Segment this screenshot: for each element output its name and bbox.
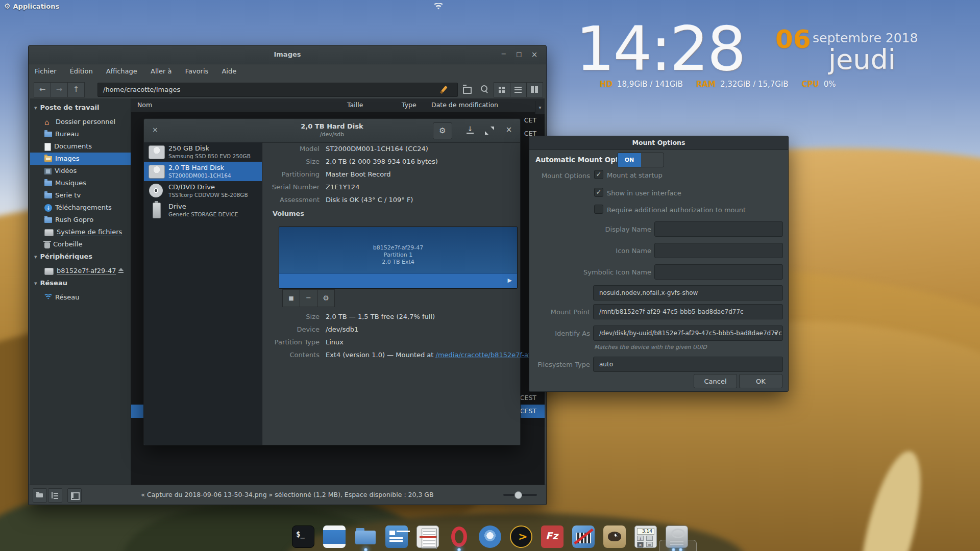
eject-icon[interactable]: [117, 268, 125, 274]
sidebar-item-videos[interactable]: Vidéos: [30, 165, 131, 177]
dock-item-gimp[interactable]: [603, 525, 626, 548]
dock-item-libreoffice-writer[interactable]: [385, 525, 408, 548]
wifi-status-icon[interactable]: [434, 3, 443, 12]
dock: $_ 3.14: [0, 521, 980, 548]
file-manager-titlebar[interactable]: Images: [29, 45, 546, 64]
close-button[interactable]: [528, 50, 541, 59]
maximize-button[interactable]: [512, 50, 526, 58]
drive-row-250gb[interactable]: 250 GB DiskSamsung SSD 850 EVO 250GB: [144, 142, 262, 162]
disks-titlebar[interactable]: 2,0 TB Hard Disk /dev/sdb: [144, 119, 520, 143]
dock-item-gnome-disks[interactable]: [666, 525, 688, 548]
menu-favoris[interactable]: Favoris: [185, 64, 209, 79]
menu-fichier[interactable]: Fichier: [35, 64, 57, 79]
folder-icon: [44, 193, 52, 198]
drive-row-cddvd[interactable]: CD/DVD DriveTSSTcorp CDDVDW SE-208GB: [144, 181, 262, 201]
back-button[interactable]: ←: [34, 82, 51, 97]
icon-name-field[interactable]: [654, 243, 783, 258]
sidebar-item-reseau[interactable]: Réseau: [30, 291, 131, 304]
zoom-slider-knob[interactable]: [514, 491, 522, 499]
mount-options-field[interactable]: nosuid,nodev,nofail,x-gvfs-show: [593, 285, 783, 300]
size-value: 2,0 TB (2 000 398 934 016 bytes): [326, 158, 438, 165]
drive-row-2tb-selected[interactable]: 2,0 TB Hard DiskST2000DM001-1CH164: [144, 162, 262, 181]
sidebar-item-systeme-de-fichiers[interactable]: Système de fichiers: [30, 226, 131, 238]
hd-value: 18,9GiB / 141GiB: [617, 80, 683, 89]
running-indicator: [457, 548, 461, 551]
dock-item-plex[interactable]: [510, 525, 532, 548]
sidebar-item-device-b8152e7f[interactable]: b8152e7f-af29-47: [30, 265, 131, 277]
sidebar-item-serie-tv[interactable]: Serie tv: [30, 189, 131, 202]
dock-item-avidemux[interactable]: [572, 525, 595, 548]
menu-aller-a[interactable]: Aller à: [151, 64, 172, 79]
volume-mounted-strip: [279, 273, 517, 288]
dialog-title: Mount Options: [529, 139, 788, 146]
expand-icon[interactable]: [484, 125, 495, 136]
volume-options-button[interactable]: [317, 289, 335, 307]
symbolic-icon-name-field[interactable]: [654, 264, 783, 280]
column-taille[interactable]: Taille: [347, 101, 363, 109]
require-auth-checkbox[interactable]: [594, 205, 603, 214]
column-sort-button[interactable]: ▾: [535, 101, 545, 114]
sidebar-header-peripheriques[interactable]: Périphériques: [34, 253, 92, 260]
column-date[interactable]: Date de modification: [431, 101, 498, 109]
applications-menu[interactable]: Applications: [4, 2, 59, 10]
menu-edition[interactable]: Édition: [70, 64, 93, 79]
drive-menu-gear-button[interactable]: [433, 122, 452, 139]
sidebar-header-reseau[interactable]: Réseau: [34, 279, 67, 287]
drive-row-generic[interactable]: DriveGeneric STORAGE DEVICE: [144, 201, 262, 220]
toggle-panel-button[interactable]: [67, 488, 82, 503]
up-button[interactable]: ↑: [68, 82, 85, 97]
zoom-slider[interactable]: [503, 494, 537, 496]
show-in-ui-checkbox[interactable]: ✓: [594, 188, 603, 197]
dock-item-filezilla[interactable]: [541, 525, 564, 548]
sidebar-item-bureau[interactable]: Bureau: [30, 128, 131, 140]
icon-view-button[interactable]: [494, 82, 510, 97]
vsize-value: 2,0 TB — 1,5 TB free (24,7% full): [326, 313, 435, 320]
forward-button[interactable]: →: [51, 82, 68, 97]
close-icon[interactable]: [503, 125, 514, 136]
sidebar-item-documents[interactable]: Documents: [30, 140, 131, 153]
menu-affichage[interactable]: Affichage: [106, 64, 137, 79]
sidebar-item-dossier-personnel[interactable]: Dossier personnel: [30, 116, 131, 128]
mount-at-startup-checkbox[interactable]: ✓: [594, 170, 603, 179]
cancel-button[interactable]: Cancel: [694, 374, 737, 388]
sidebar-item-rush-gopro[interactable]: Rush Gopro: [30, 214, 131, 226]
menu-aide[interactable]: Aide: [222, 64, 236, 79]
mount-point-field[interactable]: /mnt/b8152e7f-af29-47c5-bbb5-bad8dae7d77…: [593, 304, 783, 319]
dock-item-terminal[interactable]: $_: [292, 525, 314, 548]
search-icon[interactable]: [479, 83, 491, 95]
display-name-field[interactable]: [654, 221, 783, 237]
new-tab-icon[interactable]: [461, 83, 473, 95]
power-off-icon[interactable]: [464, 125, 476, 136]
tree-view-button[interactable]: [48, 488, 62, 503]
delete-partition-button[interactable]: [300, 289, 317, 307]
sidebar-item-corbeille[interactable]: Corbeille: [30, 238, 131, 251]
path-field[interactable]: /home/cracotte/Images: [97, 83, 458, 97]
dialog-titlebar[interactable]: Mount Options: [529, 136, 788, 150]
app-window-icon: [323, 525, 346, 548]
dock-item-file-manager[interactable]: [354, 525, 377, 548]
partitioning-value: Master Boot Record: [326, 170, 391, 178]
unmount-button[interactable]: [282, 289, 300, 307]
sidebar-item-images[interactable]: Images: [30, 153, 131, 165]
filesystem-type-field[interactable]: auto: [593, 357, 783, 372]
compact-view-button[interactable]: [527, 82, 543, 97]
dock-item-document-scanner[interactable]: [416, 525, 439, 548]
dock-item-chromium[interactable]: [479, 525, 501, 548]
identify-as-dropdown[interactable]: /dev/disk/by-uuid/b8152e7f-af29-47c5-bbb…: [593, 325, 783, 341]
show-sidebar-button[interactable]: [33, 488, 47, 503]
column-type[interactable]: Type: [402, 101, 416, 109]
sidebar-item-telechargements[interactable]: Téléchargements: [30, 202, 131, 214]
identify-as-label: Identify As: [534, 330, 590, 337]
sidebar-header-places[interactable]: Poste de travail: [34, 104, 100, 111]
volume-uuid: b8152e7f-af29-47: [279, 244, 517, 251]
ok-button[interactable]: OK: [739, 374, 782, 388]
dock-item-calculator[interactable]: 3.14: [634, 525, 657, 548]
automatic-mount-toggle[interactable]: ON: [617, 153, 664, 167]
list-view-button[interactable]: [510, 82, 527, 97]
minimize-button[interactable]: [497, 50, 510, 58]
sidebar-item-musiques[interactable]: Musiques: [30, 177, 131, 189]
volume-map[interactable]: b8152e7f-af29-47 Partition 1 2,0 TB Ext4: [279, 227, 518, 289]
dock-item-app-window[interactable]: [323, 525, 346, 548]
dock-item-opera[interactable]: [448, 525, 470, 548]
column-nom[interactable]: Nom: [137, 101, 152, 109]
